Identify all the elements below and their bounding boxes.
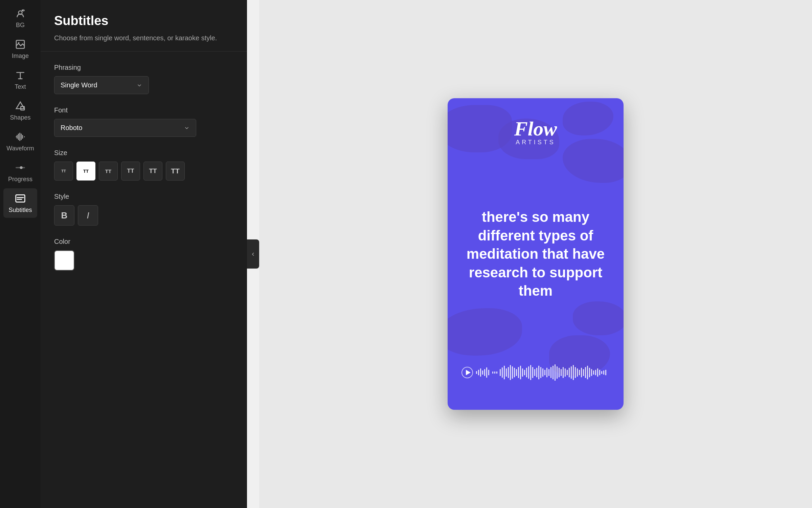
svg-rect-43 bbox=[526, 368, 527, 377]
style-field: Style B I bbox=[54, 193, 233, 226]
svg-rect-59 bbox=[559, 368, 560, 377]
font-value: Roboto bbox=[61, 124, 83, 132]
svg-rect-47 bbox=[534, 369, 535, 376]
chevron-down-icon bbox=[184, 125, 190, 131]
blob-4 bbox=[563, 139, 624, 183]
svg-rect-36 bbox=[512, 366, 513, 379]
svg-marker-19 bbox=[466, 370, 471, 375]
svg-rect-20 bbox=[476, 371, 477, 374]
size-btn-m[interactable]: TT bbox=[99, 162, 118, 181]
blob-3 bbox=[563, 102, 613, 135]
color-swatch[interactable] bbox=[54, 250, 74, 271]
svg-rect-28 bbox=[494, 372, 495, 374]
waveform-area bbox=[461, 362, 610, 383]
sidebar-item-bg-label: BG bbox=[16, 22, 25, 29]
style-label: Style bbox=[54, 193, 233, 200]
panel-title: Subtitles bbox=[54, 14, 233, 28]
svg-rect-42 bbox=[524, 370, 525, 375]
sidebar-item-text[interactable]: Text bbox=[3, 65, 37, 94]
size-btn-l[interactable]: TT bbox=[121, 162, 140, 181]
style-buttons: B I bbox=[54, 205, 233, 226]
svg-rect-58 bbox=[557, 366, 558, 379]
svg-rect-21 bbox=[478, 370, 479, 375]
svg-rect-23 bbox=[482, 371, 483, 375]
svg-rect-62 bbox=[565, 368, 566, 377]
size-btn-s[interactable]: TT bbox=[76, 162, 95, 181]
svg-rect-68 bbox=[577, 368, 578, 377]
color-field: Color bbox=[54, 238, 233, 271]
svg-rect-15 bbox=[16, 195, 25, 202]
svg-rect-32 bbox=[504, 366, 505, 379]
svg-rect-72 bbox=[585, 367, 586, 378]
svg-rect-33 bbox=[506, 368, 507, 377]
svg-rect-69 bbox=[579, 370, 580, 375]
panel-description: Choose from single word, sentences, or k… bbox=[54, 33, 233, 43]
svg-rect-61 bbox=[563, 367, 564, 378]
svg-rect-49 bbox=[538, 366, 539, 379]
italic-label: I bbox=[87, 210, 89, 221]
subtitle-text: there's so many different types of medit… bbox=[461, 208, 610, 300]
svg-rect-57 bbox=[555, 364, 556, 381]
logo-area: Flow ARTISTS bbox=[514, 119, 557, 146]
bg-icon bbox=[14, 7, 26, 20]
svg-rect-48 bbox=[536, 368, 537, 377]
italic-button[interactable]: I bbox=[78, 205, 98, 226]
svg-rect-74 bbox=[589, 368, 590, 377]
svg-rect-77 bbox=[595, 370, 596, 375]
sidebar-item-waveform[interactable]: Waveform bbox=[3, 127, 37, 156]
svg-rect-35 bbox=[510, 365, 511, 380]
svg-rect-56 bbox=[552, 366, 554, 379]
svg-rect-70 bbox=[581, 368, 582, 377]
svg-rect-63 bbox=[567, 370, 568, 375]
font-label: Font bbox=[54, 106, 233, 114]
font-dropdown[interactable]: Roboto bbox=[54, 119, 196, 137]
bold-button[interactable]: B bbox=[54, 205, 74, 226]
svg-rect-55 bbox=[550, 367, 551, 378]
size-btn-xl[interactable]: TT bbox=[143, 162, 162, 181]
sidebar-item-subtitles[interactable]: Subtitles bbox=[3, 188, 37, 218]
preview-card: Flow ARTISTS there's so many different t… bbox=[448, 98, 624, 410]
subtitles-icon bbox=[14, 192, 26, 205]
svg-rect-73 bbox=[587, 366, 588, 379]
sidebar-item-image[interactable]: Image bbox=[3, 34, 37, 64]
text-icon bbox=[14, 69, 26, 81]
svg-rect-40 bbox=[520, 366, 521, 379]
svg-rect-64 bbox=[569, 368, 570, 377]
svg-rect-66 bbox=[573, 365, 574, 380]
sidebar-item-shapes[interactable]: Shapes bbox=[3, 96, 37, 125]
logo-artists: ARTISTS bbox=[514, 139, 557, 146]
size-btn-xs[interactable]: TT bbox=[54, 162, 73, 181]
sidebar-item-waveform-label: Waveform bbox=[6, 145, 34, 152]
preview-area: Flow ARTISTS there's so many different t… bbox=[259, 0, 812, 508]
svg-rect-22 bbox=[480, 368, 481, 377]
panel-header: Subtitles Choose from single word, sente… bbox=[41, 0, 247, 51]
svg-rect-25 bbox=[486, 367, 487, 378]
blob-5 bbox=[448, 308, 522, 356]
svg-rect-71 bbox=[583, 369, 584, 376]
sidebar-item-bg[interactable]: BG bbox=[3, 3, 37, 33]
bold-label: B bbox=[61, 210, 68, 221]
svg-rect-31 bbox=[502, 367, 503, 378]
phrasing-value: Single Word bbox=[61, 81, 97, 89]
panel: Subtitles Choose from single word, sente… bbox=[41, 0, 247, 508]
svg-rect-34 bbox=[508, 367, 509, 378]
svg-rect-54 bbox=[548, 369, 549, 376]
phrasing-label: Phrasing bbox=[54, 64, 233, 71]
color-label: Color bbox=[54, 238, 233, 246]
svg-point-14 bbox=[20, 166, 23, 169]
sidebar-item-image-label: Image bbox=[12, 52, 29, 60]
waveform-icon bbox=[14, 131, 26, 143]
phrasing-dropdown[interactable]: Single Word bbox=[54, 76, 149, 94]
sidebar-item-progress[interactable]: Progress bbox=[3, 157, 37, 187]
size-btn-xxl[interactable]: TT bbox=[166, 162, 185, 181]
svg-rect-81 bbox=[603, 371, 604, 375]
svg-rect-52 bbox=[544, 370, 545, 375]
collapse-button[interactable]: ‹ bbox=[247, 239, 259, 269]
svg-rect-29 bbox=[496, 372, 497, 374]
svg-rect-80 bbox=[601, 371, 602, 374]
sidebar-item-text-label: Text bbox=[15, 83, 26, 90]
svg-rect-51 bbox=[542, 368, 543, 377]
panel-content: Phrasing Single Word Font Roboto Size TT… bbox=[41, 51, 247, 283]
svg-rect-65 bbox=[571, 366, 572, 379]
svg-rect-53 bbox=[546, 368, 547, 377]
